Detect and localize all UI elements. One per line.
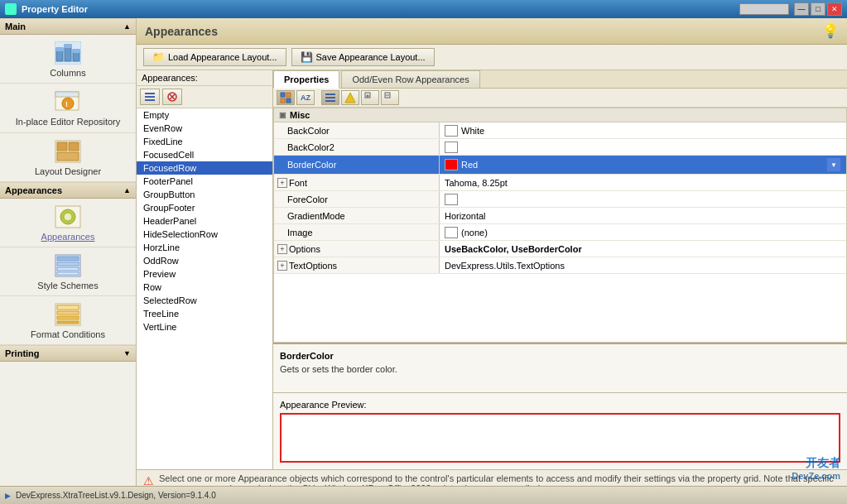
- restore-btn[interactable]: □: [811, 2, 825, 16]
- events-btn[interactable]: [341, 90, 359, 105]
- load-btn[interactable]: 📁 Load Appearance Layout...: [143, 48, 286, 66]
- sidebar-item-columns[interactable]: Columns: [0, 35, 136, 84]
- appearances-panel: Appearances:: [137, 70, 273, 469]
- save-btn[interactable]: 💾 Save Appearance Layout...: [291, 48, 435, 66]
- tab-odd-even[interactable]: Odd/Even Row Appearances: [341, 70, 479, 88]
- prop-name-textoptions: + TextOptions: [274, 257, 440, 273]
- prop-row-forecolor: ForeColor: [274, 191, 846, 208]
- tab-properties[interactable]: Properties: [273, 70, 339, 89]
- list-item[interactable]: Preview: [137, 267, 272, 281]
- disk-icon: 💾: [301, 51, 313, 63]
- categorized-btn[interactable]: [277, 90, 295, 105]
- prop-grid: ▣ Misc BackColor White: [273, 108, 847, 343]
- format-label: Format Conditions: [31, 329, 105, 339]
- forecolor-swatch: [445, 194, 458, 205]
- svg-rect-20: [57, 262, 79, 266]
- svg-rect-28: [145, 93, 155, 94]
- list-item[interactable]: EvenRow: [137, 122, 272, 135]
- list-item[interactable]: HorzLine: [137, 241, 272, 254]
- svg-point-9: [62, 98, 74, 109]
- sidebar-item-style[interactable]: Style Schemes: [0, 247, 136, 296]
- expand-btn[interactable]: [361, 90, 379, 105]
- sidebar-section-printing[interactable]: Printing ▼: [0, 345, 136, 362]
- options-expand-icon[interactable]: +: [277, 244, 287, 254]
- panel-title: Appearances: [145, 25, 218, 38]
- collapse-btn[interactable]: [381, 90, 399, 105]
- list-item[interactable]: HideSelectionRow: [137, 228, 272, 241]
- svg-rect-5: [65, 45, 71, 48]
- taskbar-start-icon: ▶: [5, 492, 11, 500]
- list-item[interactable]: TreeLine: [137, 307, 272, 320]
- list-item[interactable]: FixedLine: [137, 135, 272, 148]
- sidebar-section-appearances[interactable]: Appearances ▲: [0, 182, 136, 199]
- sidebar-item-inplace[interactable]: ! In-place Editor Repository: [0, 84, 136, 133]
- prop-row-textoptions: + TextOptions DevExpress.Utils.TextOptio…: [274, 257, 846, 274]
- image-swatch: [445, 227, 458, 238]
- prop-value-image: (none): [440, 224, 846, 240]
- prop-name-gradient: GradientMode: [274, 208, 440, 223]
- prop-value-forecolor[interactable]: [440, 191, 846, 207]
- panel-header: Appearances 💡: [137, 18, 847, 45]
- chevron-up-icon: ▲: [123, 22, 131, 31]
- sidebar-item-layout[interactable]: Layout Designer: [0, 133, 136, 182]
- sidebar-section-main[interactable]: Main ▲: [0, 18, 136, 35]
- properties-btn[interactable]: [321, 90, 339, 105]
- prop-value-gradient: Horizontal: [440, 208, 846, 223]
- prop-value-textoptions: DevExpress.Utils.TextOptions: [440, 257, 846, 273]
- list-item[interactable]: HeaderPanel: [137, 214, 272, 228]
- appearances-toolbar: [137, 86, 272, 108]
- prop-row-font: + Font Tahoma, 8.25pt: [274, 175, 846, 191]
- font-expand-icon[interactable]: +: [277, 178, 287, 188]
- minimize-btn[interactable]: —: [794, 2, 809, 16]
- prop-value-font: Tahoma, 8.25pt: [440, 175, 846, 190]
- backcolor2-swatch: [445, 142, 458, 153]
- watermark: 开友者 DevZe.com: [792, 456, 840, 481]
- list-item[interactable]: SelectedRow: [137, 294, 272, 307]
- layout-label: Layout Designer: [35, 166, 101, 176]
- prop-name-bordercolor[interactable]: BorderColor: [274, 156, 440, 174]
- list-item[interactable]: GroupFooter: [137, 201, 272, 214]
- appearances-icon: [55, 204, 81, 230]
- preview-label: Appearance Preview:: [280, 400, 840, 410]
- textoptions-expand-icon[interactable]: +: [277, 261, 287, 271]
- prop-section-misc[interactable]: ▣ Misc: [274, 108, 846, 122]
- prop-row-gradient: GradientMode Horizontal: [274, 208, 846, 224]
- svg-rect-8: [55, 92, 79, 97]
- bordercolor-swatch: [445, 159, 458, 170]
- svg-rect-24: [57, 305, 79, 310]
- list-item[interactable]: VertLine: [137, 320, 272, 334]
- sidebar-item-appearances[interactable]: Appearances: [0, 199, 136, 247]
- app-toolbar-btn-reset[interactable]: [162, 89, 182, 105]
- svg-rect-13: [69, 142, 79, 151]
- list-item[interactable]: FooterPanel: [137, 175, 272, 188]
- svg-rect-29: [145, 96, 155, 98]
- prop-value-backcolor[interactable]: White: [440, 122, 846, 138]
- dropdown-btn[interactable]: ▼: [826, 157, 841, 172]
- main-container: Main ▲ Columns: [0, 18, 847, 504]
- svg-rect-38: [325, 97, 335, 98]
- list-item-selected[interactable]: FocusedRow: [137, 161, 272, 175]
- svg-rect-37: [325, 94, 335, 95]
- svg-point-17: [64, 213, 72, 221]
- columns-icon: [55, 40, 81, 66]
- sidebar-item-format[interactable]: Format Conditions: [0, 296, 136, 345]
- svg-rect-19: [57, 257, 79, 261]
- list-item[interactable]: GroupButton: [137, 188, 272, 201]
- svg-rect-12: [57, 142, 67, 151]
- list-item[interactable]: Row: [137, 281, 272, 294]
- prop-value-backcolor2[interactable]: [440, 139, 846, 155]
- alphabetical-btn[interactable]: AZ: [296, 90, 315, 105]
- prop-row-backcolor2: BackColor2: [274, 139, 846, 156]
- prop-name-font: + Font: [274, 175, 440, 190]
- prop-row-options: + Options UseBackColor, UseBorderColor: [274, 241, 846, 257]
- prop-value-options: UseBackColor, UseBorderColor: [440, 241, 846, 257]
- style-label: Style Schemes: [37, 281, 98, 290]
- inplace-icon: !: [55, 89, 81, 115]
- list-item[interactable]: FocusedCell: [137, 148, 272, 161]
- app-toolbar-btn-list[interactable]: [140, 89, 160, 105]
- list-item[interactable]: OddRow: [137, 254, 272, 267]
- prop-value-bordercolor[interactable]: Red ▼: [440, 156, 846, 174]
- close-btn[interactable]: ✕: [827, 2, 842, 16]
- list-item[interactable]: Empty: [137, 108, 272, 122]
- content-area: Appearances:: [137, 70, 847, 469]
